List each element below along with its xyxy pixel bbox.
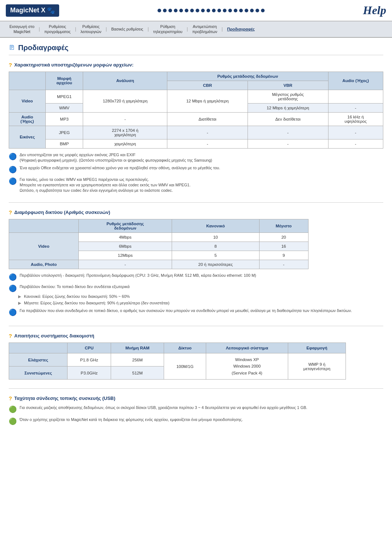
table-row: Audio, Photo - 20 ή περισσότερες -	[9, 260, 309, 269]
section-title-requirements: ? Απαιτήσεις συστήματος διακομιστή	[9, 333, 383, 339]
help-label: Help	[363, 4, 386, 17]
table-row: Video MPEG1 1280x720 ή χαμηλότερη 12 Mbp…	[9, 90, 383, 103]
section-network: ? Διαμόρφωση δικτύου (Αριθμός συσκευών) …	[9, 209, 383, 317]
note-icon-net-1: 🔵	[9, 273, 17, 282]
section-icon-file-formats: ?	[9, 62, 12, 68]
nav-item-device[interactable]: Ρύθμισητηλεχειριστηρίου	[150, 23, 186, 36]
section-requirements: ? Απαιτήσεις συστήματος διακομιστή CPU Μ…	[9, 333, 383, 380]
note-3: 🔵 Για ταινίες, μόνο τα codec WMV και MPE…	[9, 177, 383, 194]
navbar: Εισαγωγή στοMagicNet | Ρυθμίσειςπρογράμμ…	[0, 21, 392, 38]
table-row: Video 4Mbps 10 20	[9, 232, 309, 242]
nav-item-intro[interactable]: Εισαγωγή στοMagicNet	[6, 23, 38, 36]
table-row: Ελάχιστες P1.8 GHz 256M 100M/1G Windows …	[9, 353, 346, 366]
th-net-rate: Ρυθμός μετάδοσηςδεδομένων	[78, 219, 172, 232]
note-2: 🔵 Ένα αρχείο Office ενδέχεται να χρειαστ…	[9, 165, 383, 174]
th-resolution: Ανάλυση	[83, 72, 167, 90]
note-icon-1: 🔵	[9, 152, 17, 161]
th-format: Μορφήαρχείου	[46, 72, 83, 90]
content: 🖹 Προδιαγραφές ? Χαρακτηριστικά υποστηρι…	[0, 38, 392, 441]
nav-item-settings[interactable]: Ρυθμίσειςπρογράμματος	[41, 23, 74, 36]
th-empty	[9, 72, 46, 90]
section-file-formats: ? Χαρακτηριστικά υποστηριζόμενων μορφών …	[9, 62, 383, 194]
th-req-empty	[9, 343, 68, 353]
network-table: Ρυθμός μετάδοσηςδεδομένων Κανονικό Μέγισ…	[9, 219, 309, 269]
table-row: BMP χαμηλότερη - - -	[9, 139, 383, 148]
th-req-ram: Μνήμη RAM	[111, 343, 164, 353]
note-text-net-1: Περιβάλλον υπολογιστή - διακομιστή: Προτ…	[20, 273, 256, 278]
th-audio: Audio (Ήχος)	[328, 72, 383, 90]
note-net-4: ▶ Μέγιστο: Εύρος ζώνης δικτύου του διακο…	[18, 300, 383, 306]
nav-sep-2: |	[74, 27, 77, 32]
note-text-net-5: Για περιβάλλον που είναι συνδεδεμένο σε …	[20, 308, 352, 313]
nav-item-specs[interactable]: Προδιαγραφές	[224, 25, 258, 33]
note-text-usb-1: Για συσκευές μαζικής αποθήκευσης δεδομέν…	[20, 405, 307, 410]
table-row: Audio(Ήχος) MP3 - Διατίθεται Δεν διατίθε…	[9, 112, 383, 126]
th-req-network: Δίκτυο	[164, 343, 206, 353]
note-icon-net-4: ▶	[18, 300, 21, 306]
header: MagicNet X 🐾 Help	[0, 0, 392, 21]
note-icon-3: 🔵	[9, 177, 17, 186]
section-icon-usb: ?	[9, 395, 12, 401]
note-net-1: 🔵 Περιβάλλον υπολογιστή - διακομιστή: Πρ…	[9, 273, 383, 282]
nav-item-features[interactable]: Ρυθμίσειςλειτουργιών	[77, 23, 105, 36]
note-usb-2: 🟢 Όταν ο χρήστης χειρίζεται το MagicNet …	[9, 417, 383, 426]
table-row: Εικόνες JPEG 2274 x 1704 ήχαμηλότερη - -…	[9, 126, 383, 139]
th-req-cpu: CPU	[68, 343, 111, 353]
th-req-app: Εφαρμογή	[288, 343, 346, 353]
th-net-empty	[9, 219, 79, 232]
nav-item-troubleshoot[interactable]: Αντιμετώπισηπροβλημάτων	[189, 23, 221, 36]
th-cbr: CBR	[167, 81, 248, 90]
divider-1	[9, 202, 383, 203]
logo-icon: 🐾	[47, 7, 55, 15]
divider-3	[9, 388, 383, 389]
logo-area: MagicNet X 🐾	[6, 4, 59, 17]
file-formats-table: Μορφήαρχείου Ανάλυση Ρυθμός μετάδοσης δε…	[9, 72, 383, 149]
nav-sep-1: |	[38, 27, 41, 32]
note-text-usb-2: Όταν ο χρήστης χειρίζεται το MagicNet κα…	[20, 417, 243, 422]
note-net-3: ▶ Κανονικό: Εύρος ζώνης δικτύου του διακ…	[18, 294, 383, 299]
requirements-table: CPU Μνήμη RAM Δίκτυο Λειτουργικό σύστημα…	[9, 343, 346, 380]
note-icon-net-3: ▶	[18, 294, 21, 299]
note-text-1: Δεν υποστηρίζεται για τις μορφές αρχείων…	[20, 152, 212, 163]
dots-area	[59, 9, 363, 12]
section-icon-requirements: ?	[9, 333, 12, 339]
note-text-net-4: Μέγιστο: Εύρος ζώνης δικτύου του διακομι…	[24, 300, 170, 306]
note-1: 🔵 Δεν υποστηρίζεται για τις μορφές αρχεί…	[9, 152, 383, 163]
nav-sep-5: |	[186, 27, 189, 32]
note-net-5: 🔵 Για περιβάλλον που είναι συνδεδεμένο σ…	[9, 308, 383, 317]
divider-2	[9, 326, 383, 326]
note-text-net-2: Περιβάλλον δικτύου: Το τοπικό δίκτυο δεν…	[20, 284, 130, 289]
th-net-normal: Κανονικό	[172, 219, 260, 232]
section-title-usb: ? Ταχύτητα σύνδεσης τοπικής συσκευής (US…	[9, 395, 383, 401]
note-icon-net-2: 🔵	[9, 284, 17, 293]
section-usb: ? Ταχύτητα σύνδεσης τοπικής συσκευής (US…	[9, 395, 383, 426]
note-icon-2: 🔵	[9, 165, 17, 174]
nav-sep-3: |	[105, 27, 107, 32]
note-icon-usb-1: 🟢	[9, 405, 17, 414]
note-text-3: Για ταινίες, μόνο τα codec WMV και MPEG1…	[20, 177, 191, 194]
note-icon-net-5: 🔵	[9, 308, 17, 317]
note-text-2: Ένα αρχείο Office ενδέχεται να χρειαστεί…	[20, 165, 220, 171]
th-vbr: VBR	[248, 81, 328, 90]
page-title: Προδιαγραφές	[18, 44, 69, 52]
page-title-row: 🖹 Προδιαγραφές	[9, 44, 383, 55]
note-usb-1: 🟢 Για συσκευές μαζικής αποθήκευσης δεδομ…	[9, 405, 383, 414]
note-text-net-3: Κανονικό: Εύρος ζώνης δικτύου του διακομ…	[24, 294, 130, 299]
section-title-network: ? Διαμόρφωση δικτύου (Αριθμός συσκευών)	[9, 209, 383, 215]
nav-sep-4: |	[147, 27, 150, 32]
th-req-os: Λειτουργικό σύστημα	[206, 343, 288, 353]
note-net-2: 🔵 Περιβάλλον δικτύου: Το τοπικό δίκτυο δ…	[9, 284, 383, 293]
nav-item-basic[interactable]: Βασικές ρυθμίσεις	[107, 25, 147, 33]
logo-text: MagicNet X	[10, 7, 45, 14]
page-title-icon: 🖹	[9, 44, 15, 52]
section-title-file-formats: ? Χαρακτηριστικά υποστηριζόμενων μορφών …	[9, 62, 383, 68]
section-icon-network: ?	[9, 209, 12, 215]
note-icon-usb-2: 🟢	[9, 417, 17, 426]
nav-sep-6: |	[221, 27, 224, 32]
th-net-max: Μέγιστο	[259, 219, 308, 232]
th-data-rate: Ρυθμός μετάδοσης δεδομένων	[167, 72, 328, 81]
